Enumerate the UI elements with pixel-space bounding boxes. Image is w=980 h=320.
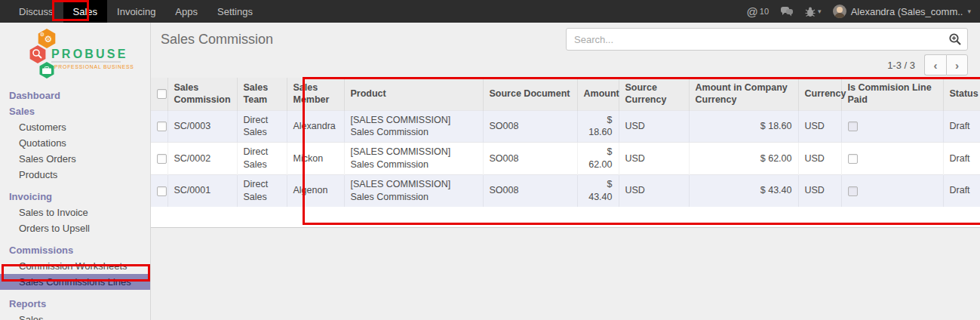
cell-source-currency: USD (619, 110, 689, 143)
column-header-amount-company-currency[interactable]: Amount in Company Currency (689, 78, 798, 110)
sidebar-heading-reports[interactable]: Reports (0, 296, 150, 312)
cell-amount: $ 18.60 (577, 110, 619, 143)
debug-menu-button[interactable]: ▾ (805, 6, 822, 17)
magnifier-hexagon (30, 45, 46, 63)
search-input[interactable] (566, 28, 968, 51)
is-paid-checkbox[interactable] (848, 186, 858, 196)
cell-sales-team: Direct Sales (237, 143, 287, 175)
cell-amount: $ 43.40 (577, 175, 619, 207)
chevron-down-icon: ▾ (967, 8, 971, 15)
pager-next-button[interactable]: › (946, 54, 968, 75)
sidebar-heading-sales[interactable]: Sales (0, 103, 150, 119)
cell-status: Draft (943, 175, 980, 207)
sidebar-item-sales-to-invoice[interactable]: Sales to Invoice (0, 205, 150, 220)
pager-previous-button[interactable]: ‹ (924, 54, 946, 75)
cell-product: [SALES COMMISSION] Sales Commission (344, 175, 483, 207)
cell-product: [SALES COMMISSION] Sales Commission (344, 110, 483, 143)
top-navbar: Discuss Sales Invoicing Apps Settings @ … (0, 0, 980, 23)
at-icon: @ (747, 6, 758, 17)
user-name: Alexandra (Sales_comm.. (851, 6, 963, 17)
column-header-sales-member[interactable]: Sales Member (287, 78, 344, 110)
cell-sales-team: Direct Sales (237, 175, 287, 207)
nav-item-apps[interactable]: Apps (165, 0, 207, 23)
sidebar-item-sales-commissions-lines[interactable]: Sales Commissions Lines (0, 274, 150, 290)
cell-sales-member: Alexandra (287, 110, 344, 143)
is-paid-checkbox[interactable] (848, 154, 858, 164)
cell-sales-team: Direct Sales (237, 110, 287, 143)
cell-amount: $ 62.00 (577, 143, 619, 175)
cell-status: Draft (943, 143, 980, 175)
table-row[interactable]: SC/0001 Direct Sales Algenon [SALES COMM… (151, 175, 980, 207)
sidebar-item-products[interactable]: Products (0, 167, 150, 183)
table-row[interactable]: SC/0002 Direct Sales Mickon [SALES COMMI… (151, 143, 980, 175)
cell-source-document: SO008 (483, 110, 577, 143)
cell-currency: USD (798, 143, 841, 175)
cell-status: Draft (943, 110, 980, 143)
column-header-status[interactable]: Status (943, 78, 980, 110)
cell-sales-member: Algenon (287, 175, 344, 207)
brand-text: PROBUSE (51, 48, 128, 60)
cell-amount-company: $ 18.60 (689, 110, 798, 143)
cell-source-document: SO008 (483, 175, 577, 207)
mention-count: 10 (760, 7, 769, 17)
messages-button[interactable] (780, 6, 794, 17)
row-select-checkbox[interactable] (157, 154, 167, 164)
column-header-product[interactable]: Product (344, 78, 483, 110)
sidebar: ⚙ ⚙ PROBUSE PROFESSIONAL BUSINESS Dashbo… (0, 23, 151, 320)
nav-item-sales[interactable]: Sales (63, 0, 108, 23)
row-select-checkbox[interactable] (157, 122, 167, 131)
page-title: Sales Commission (161, 32, 273, 48)
main-content: Sales Commission 1-3 / 3 ‹ › (151, 23, 980, 320)
bug-icon (805, 6, 816, 17)
cell-amount-company: $ 43.40 (689, 175, 798, 207)
sidebar-heading-commissions[interactable]: Commissions (0, 242, 150, 258)
sidebar-item-orders-to-upsell[interactable]: Orders to Upsell (0, 220, 150, 236)
pager: 1-3 / 3 ‹ › (887, 54, 968, 75)
chat-bubbles-icon (780, 6, 794, 17)
list-view: Sales Commission Sales Team Sales Member… (151, 78, 980, 228)
sidebar-item-customers[interactable]: Customers (0, 119, 150, 135)
cell-currency: USD (798, 175, 841, 207)
column-header-sales-commission[interactable]: Sales Commission (167, 78, 237, 110)
column-header-sales-team[interactable]: Sales Team (237, 78, 287, 110)
cell-sales-commission: SC/0001 (167, 175, 237, 207)
search-icon[interactable] (948, 32, 962, 46)
row-select-checkbox[interactable] (157, 186, 167, 196)
sidebar-item-reports-sales[interactable]: Sales (0, 312, 150, 320)
pager-range: 1-3 / 3 (887, 60, 915, 71)
column-header-currency[interactable]: Currency (798, 78, 841, 110)
sidebar-item-dashboard[interactable]: Dashboard (0, 88, 150, 103)
column-header-source-document[interactable]: Source Document (483, 78, 577, 110)
column-header-amount[interactable]: Amount (577, 78, 619, 110)
column-header-source-currency[interactable]: Source Currency (619, 78, 689, 110)
cell-sales-member: Mickon (287, 143, 344, 175)
brand-tagline: PROFESSIONAL BUSINESS (54, 64, 134, 69)
nav-item-discuss[interactable]: Discuss (9, 0, 63, 23)
cell-source-currency: USD (619, 143, 689, 175)
sidebar-item-quotations[interactable]: Quotations (0, 135, 150, 151)
user-menu[interactable]: Alexandra (Sales_comm.. ▾ (833, 5, 971, 18)
app-menu: Discuss Sales Invoicing Apps Settings (0, 0, 263, 23)
cell-amount-company: $ 62.00 (689, 143, 798, 175)
table-row[interactable]: SC/0003 Direct Sales Alexandra [SALES CO… (151, 110, 980, 143)
sidebar-item-commission-worksheets[interactable]: Commission Worksheets (0, 258, 150, 274)
cell-source-document: SO008 (483, 143, 577, 175)
column-header-is-commission-paid[interactable]: Is Commision Line Paid (841, 78, 943, 110)
sidebar-item-sales-orders[interactable]: Sales Orders (0, 151, 150, 167)
mentions-counter[interactable]: @ 10 (747, 6, 769, 17)
table-header-row: Sales Commission Sales Team Sales Member… (151, 78, 980, 110)
nav-item-settings[interactable]: Settings (207, 0, 263, 23)
sidebar-menu: Dashboard Sales Customers Quotations Sal… (0, 86, 150, 320)
sidebar-heading-invoicing[interactable]: Invoicing (0, 189, 150, 205)
svg-text:⚙: ⚙ (40, 32, 45, 38)
select-all-checkbox[interactable] (157, 89, 167, 99)
cell-sales-commission: SC/0002 (167, 143, 237, 175)
nav-item-invoicing[interactable]: Invoicing (107, 0, 165, 23)
is-paid-checkbox[interactable] (848, 122, 858, 131)
cell-sales-commission: SC/0003 (167, 110, 237, 143)
search-bar (566, 28, 968, 51)
sales-commission-table: Sales Commission Sales Team Sales Member… (151, 78, 980, 207)
avatar (833, 5, 846, 18)
cell-currency: USD (798, 110, 841, 143)
chevron-down-icon: ▾ (818, 8, 822, 15)
